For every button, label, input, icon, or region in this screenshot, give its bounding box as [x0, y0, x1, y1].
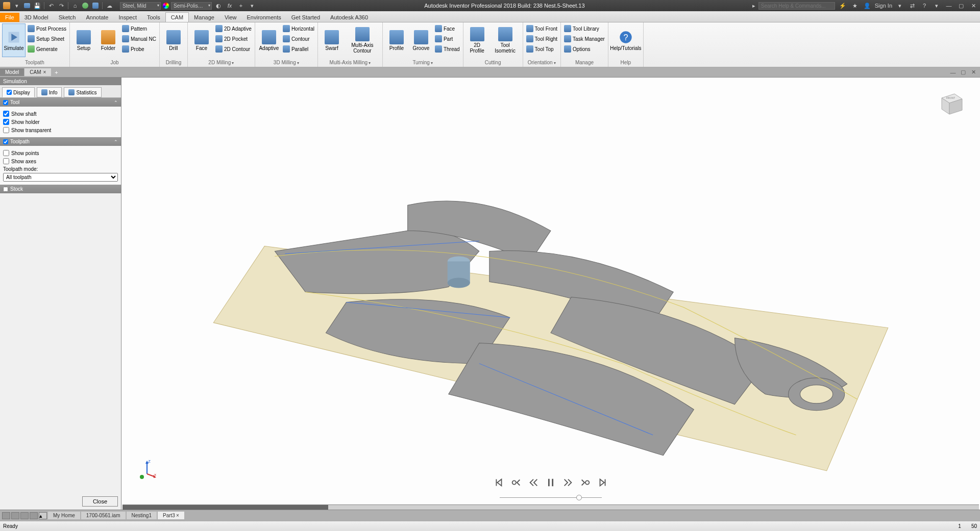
tab-view[interactable]: View: [219, 13, 242, 22]
show-axes-checkbox[interactable]: [3, 158, 9, 164]
2d-profile-button[interactable]: 2D Profile: [465, 23, 489, 57]
tool-isometric-button[interactable]: Tool Isometric: [490, 23, 521, 57]
appearance-adjust-icon[interactable]: ◐: [214, 1, 223, 10]
2d-contour-button[interactable]: 2D Contour: [214, 44, 253, 54]
help-icon[interactable]: ?: [920, 1, 929, 10]
collapse-icon[interactable]: ⌃: [114, 139, 118, 144]
prev-op-button[interactable]: [510, 477, 522, 489]
layout-icon-3[interactable]: [20, 512, 29, 519]
thread-button[interactable]: Thread: [434, 44, 461, 54]
doc-restore-icon[interactable]: ▢: [959, 68, 968, 77]
cloud-icon[interactable]: ☁: [105, 1, 114, 10]
doc-tab-model[interactable]: Model: [0, 68, 24, 76]
doc-tab-cam[interactable]: CAM×: [24, 68, 51, 76]
nesting-icon[interactable]: [91, 1, 100, 10]
show-transparent-row[interactable]: Show transparent: [3, 126, 118, 134]
color-swatch-icon[interactable]: [163, 3, 169, 9]
swarf-button[interactable]: Swarf: [320, 23, 344, 57]
rewind-button[interactable]: [528, 477, 539, 489]
open-icon[interactable]: [22, 1, 32, 10]
display-tab-check[interactable]: [7, 90, 12, 95]
3d-milling-dropdown[interactable]: 3D Milling: [257, 59, 315, 66]
maximize-button[interactable]: ▢: [957, 1, 966, 10]
exchange-icon[interactable]: ⇄: [908, 1, 917, 10]
user-icon[interactable]: 👤: [863, 1, 872, 10]
groove-button[interactable]: Groove: [409, 23, 433, 57]
collapse-icon[interactable]: ⌃: [114, 100, 118, 105]
skip-end-button[interactable]: [597, 477, 608, 489]
add-doc-tab-button[interactable]: +: [52, 68, 61, 77]
timeline[interactable]: [122, 504, 979, 510]
tool-right-button[interactable]: Tool Right: [525, 34, 558, 44]
forward-button[interactable]: [562, 477, 574, 489]
team-icon[interactable]: [81, 1, 90, 10]
2d-pocket-button[interactable]: 2D Pocket: [214, 34, 253, 44]
tool-section-header[interactable]: Tool ⌃: [0, 98, 121, 107]
layout-collapse-icon[interactable]: ▴: [39, 512, 47, 519]
plus-icon[interactable]: +: [236, 1, 246, 10]
show-points-checkbox[interactable]: [3, 150, 9, 156]
layout-icon-2[interactable]: [11, 512, 19, 519]
bottom-tab-part3[interactable]: Part3×: [158, 512, 184, 519]
stock-section-check[interactable]: [3, 187, 8, 192]
drill-button[interactable]: Drill: [162, 23, 185, 57]
layout-icon-4[interactable]: [30, 512, 38, 519]
fx-icon[interactable]: fx: [225, 1, 234, 10]
doc-close-icon[interactable]: ✕: [969, 68, 978, 77]
folder-button[interactable]: Folder: [96, 23, 120, 57]
multiaxis-dropdown[interactable]: Multi-Axis Milling: [320, 59, 380, 66]
options-dropdown-icon[interactable]: ▾: [895, 1, 904, 10]
skip-start-button[interactable]: [493, 477, 504, 489]
sign-in-link[interactable]: Sign In: [875, 3, 892, 9]
pattern-button[interactable]: Pattern: [121, 23, 157, 34]
tab-annotate[interactable]: Annotate: [81, 13, 113, 22]
connectivity-icon[interactable]: ⚡: [838, 1, 847, 10]
show-transparent-checkbox[interactable]: [3, 127, 9, 133]
part-button[interactable]: Part: [434, 34, 461, 44]
turn-face-button[interactable]: Face: [434, 23, 461, 34]
statistics-tab[interactable]: Statistics: [64, 87, 101, 97]
tab-manage[interactable]: Manage: [189, 13, 219, 22]
toolpath-section-check[interactable]: [3, 139, 8, 144]
tab-tools[interactable]: Tools: [142, 13, 165, 22]
display-tab[interactable]: Display: [2, 87, 35, 97]
contour-3d-button[interactable]: Contour: [282, 34, 315, 44]
material-combo[interactable]: Steel, Mild: [120, 2, 161, 10]
adaptive-button[interactable]: Adaptive: [257, 23, 281, 57]
redo-icon[interactable]: ↷: [57, 1, 66, 10]
bottom-tab-assembly[interactable]: 1700-0561.iam: [81, 512, 126, 519]
show-holder-row[interactable]: Show holder: [3, 118, 118, 126]
close-tab-icon[interactable]: ×: [43, 69, 46, 75]
home-icon[interactable]: ⌂: [70, 1, 80, 10]
toolpath-mode-select[interactable]: All toolpath: [3, 173, 118, 182]
show-shaft-checkbox[interactable]: [3, 111, 9, 117]
tab-environments[interactable]: Environments: [242, 13, 286, 22]
help-tutorials-button[interactable]: ? Help/Tutorials: [610, 23, 641, 57]
show-axes-row[interactable]: Show axes: [3, 157, 118, 165]
viewport[interactable]: FRONT Z x: [121, 78, 980, 510]
tab-sketch[interactable]: Sketch: [54, 13, 81, 22]
tab-cam[interactable]: CAM: [165, 12, 189, 22]
view-cube[interactable]: FRONT: [934, 88, 965, 118]
qat-dropdown-icon[interactable]: ▾: [248, 1, 257, 10]
horizontal-button[interactable]: Horizontal: [282, 23, 315, 34]
show-shaft-row[interactable]: Show shaft: [3, 110, 118, 118]
generate-button[interactable]: Generate: [27, 44, 67, 54]
help-dropdown-icon[interactable]: ▾: [932, 1, 941, 10]
minimize-button[interactable]: —: [944, 1, 953, 10]
search-input[interactable]: [758, 2, 835, 10]
show-points-row[interactable]: Show points: [3, 149, 118, 157]
app-icon[interactable]: [2, 1, 11, 10]
tool-top-button[interactable]: Tool Top: [525, 44, 558, 54]
appearance-combo[interactable]: Semi-Polis…: [171, 2, 212, 10]
bottom-tab-home[interactable]: My Home: [48, 512, 80, 519]
tab-get-started[interactable]: Get Started: [286, 13, 325, 22]
favorite-icon[interactable]: ★: [850, 1, 860, 10]
2d-milling-dropdown[interactable]: 2D Milling: [190, 59, 253, 66]
face-button[interactable]: Face: [190, 23, 213, 57]
setup-sheet-button[interactable]: Setup Sheet: [27, 34, 67, 44]
speed-slider[interactable]: [500, 494, 602, 500]
tool-front-button[interactable]: Tool Front: [525, 23, 558, 34]
new-icon[interactable]: ▾: [12, 1, 21, 10]
options-button[interactable]: Options: [563, 44, 606, 54]
